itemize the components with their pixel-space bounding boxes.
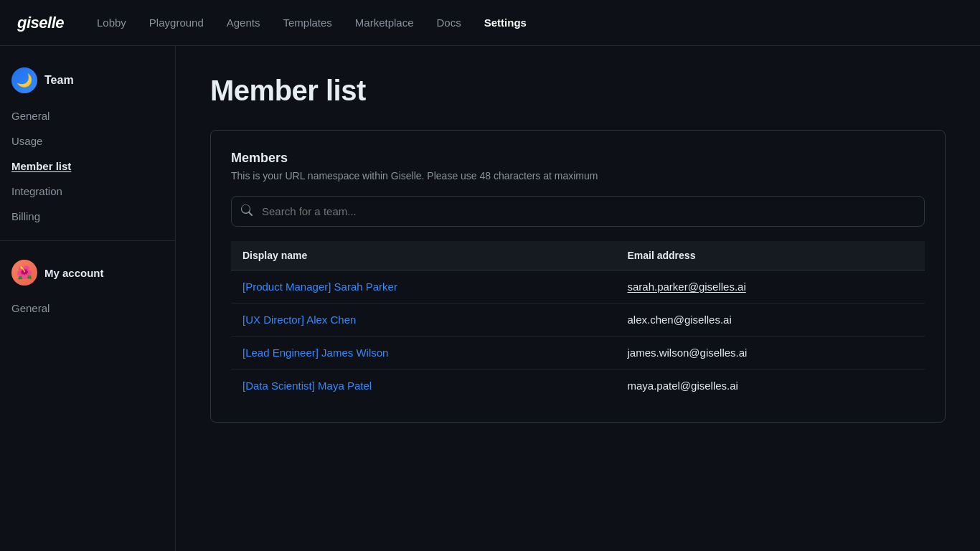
member-email: alex.chen@giselles.ai [616, 303, 925, 336]
my-account-name: My account [44, 267, 104, 279]
sidebar-item-general[interactable]: General [0, 103, 175, 128]
my-account-section-header: 🌺 My account [0, 253, 175, 296]
members-card: Members This is your URL namespace withi… [210, 130, 946, 423]
member-display-name: [Product Manager] Sarah Parker [231, 270, 616, 303]
sidebar-account-item-general[interactable]: General [0, 296, 175, 321]
sidebar-divider [0, 240, 175, 241]
sidebar: 🌙 Team GeneralUsageMember listIntegratio… [0, 46, 176, 551]
members-table: Display name Email address [Product Mana… [231, 241, 925, 402]
main-layout: 🌙 Team GeneralUsageMember listIntegratio… [0, 46, 980, 551]
team-avatar: 🌙 [11, 67, 37, 93]
content-area: Member list Members This is your URL nam… [176, 46, 980, 551]
table-header: Display name Email address [231, 241, 925, 270]
sidebar-item-usage[interactable]: Usage [0, 128, 175, 154]
logo-text: giselle [17, 14, 64, 32]
member-email: maya.patel@giselles.ai [616, 369, 925, 402]
member-email: sarah.parker@giselles.ai [616, 270, 925, 303]
table-header-row: Display name Email address [231, 241, 925, 270]
member-display-name: [Data Scientist] Maya Patel [231, 369, 616, 402]
team-nav: GeneralUsageMember listIntegrationBillin… [0, 103, 175, 229]
nav-link-docs[interactable]: Docs [427, 11, 471, 34]
col-display-name: Display name [231, 241, 616, 270]
sidebar-item-billing[interactable]: Billing [0, 204, 175, 229]
col-email: Email address [616, 241, 925, 270]
team-section-header: 🌙 Team [0, 60, 175, 103]
members-card-desc: This is your URL namespace within Gisell… [231, 170, 925, 182]
team-avatar-emoji: 🌙 [17, 72, 32, 88]
account-nav: General [0, 296, 175, 321]
table-row: [UX Director] Alex Chenalex.chen@giselle… [231, 303, 925, 336]
top-nav: giselle LobbyPlaygroundAgentsTemplatesMa… [0, 0, 980, 46]
my-account-avatar-emoji: 🌺 [17, 265, 32, 281]
table-row: [Lead Engineer] James Wilsonjames.wilson… [231, 336, 925, 369]
sidebar-item-integration[interactable]: Integration [0, 179, 175, 204]
nav-link-playground[interactable]: Playground [139, 11, 214, 34]
page-title: Member list [210, 75, 946, 107]
nav-link-lobby[interactable]: Lobby [87, 11, 136, 34]
nav-link-marketplace[interactable]: Marketplace [345, 11, 424, 34]
nav-links: LobbyPlaygroundAgentsTemplatesMarketplac… [87, 11, 963, 34]
nav-link-agents[interactable]: Agents [217, 11, 270, 34]
table-row: [Product Manager] Sarah Parkersarah.park… [231, 270, 925, 303]
members-card-title: Members [231, 151, 925, 166]
search-input[interactable] [231, 196, 925, 227]
member-display-name: [UX Director] Alex Chen [231, 303, 616, 336]
nav-link-templates[interactable]: Templates [273, 11, 341, 34]
search-container [231, 196, 925, 227]
sidebar-item-member-list[interactable]: Member list [0, 154, 175, 179]
nav-link-settings[interactable]: Settings [474, 11, 537, 34]
member-display-name: [Lead Engineer] James Wilson [231, 336, 616, 369]
team-name: Team [44, 74, 74, 87]
member-email: james.wilson@giselles.ai [616, 336, 925, 369]
my-account-avatar: 🌺 [11, 260, 37, 286]
table-row: [Data Scientist] Maya Patelmaya.patel@gi… [231, 369, 925, 402]
members-tbody: [Product Manager] Sarah Parkersarah.park… [231, 270, 925, 402]
logo[interactable]: giselle [17, 14, 64, 32]
